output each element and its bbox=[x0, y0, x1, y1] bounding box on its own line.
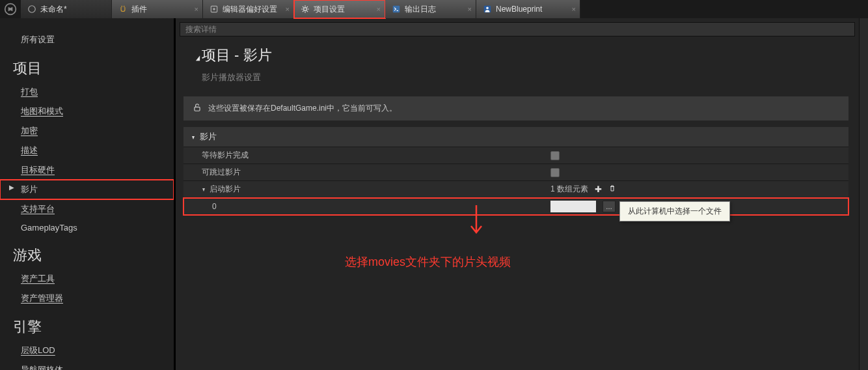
sidebar-all-settings[interactable]: 所有设置 bbox=[0, 30, 174, 50]
sidebar-item-movies[interactable]: 影片 bbox=[0, 180, 174, 199]
browse-tooltip: 从此计算机中选择一个文件 bbox=[619, 201, 730, 221]
prop-startup-movies: ▾ 启动影片 1 数组元素 ✚ bbox=[183, 181, 848, 198]
tab-unnamed[interactable]: 未命名* bbox=[21, 0, 112, 18]
sidebar-item-gameplay-tags[interactable]: GameplayTags bbox=[0, 219, 174, 236]
array-element-0: 0 … ▾ bbox=[183, 198, 848, 215]
blueprint-icon bbox=[483, 5, 492, 14]
ue-logo-icon bbox=[0, 0, 21, 18]
sidebar-item-packaging[interactable]: 打包 bbox=[0, 82, 174, 102]
collapse-icon[interactable]: ▾ bbox=[192, 134, 195, 141]
tab-label: 未命名* bbox=[40, 4, 67, 15]
settings-content: 搜索详情 ◢项目 - 影片 影片播放器设置 这些设置被保存在DefaultGam… bbox=[174, 18, 859, 370]
tab-plugins[interactable]: 插件 × bbox=[112, 0, 203, 18]
config-writable-banner: 这些设置被保存在DefaultGame.ini中，它当前可写入。 bbox=[183, 96, 848, 121]
movie-path-input[interactable] bbox=[550, 201, 596, 212]
svg-point-7 bbox=[486, 7, 489, 10]
annotation-arrow-icon bbox=[468, 205, 484, 243]
search-placeholder: 搜索详情 bbox=[185, 24, 217, 35]
close-icon[interactable]: × bbox=[286, 5, 290, 13]
prop-label: ▾ 启动影片 bbox=[183, 181, 545, 197]
close-icon[interactable]: × bbox=[195, 5, 198, 13]
plug-icon bbox=[118, 5, 128, 14]
sidebar-item-supported-platforms[interactable]: 支持平台 bbox=[0, 199, 174, 219]
tab-editor-prefs[interactable]: 编辑器偏好设置 × bbox=[203, 0, 294, 18]
sidebar-item-maps-modes[interactable]: 地图和模式 bbox=[0, 102, 174, 121]
close-icon[interactable]: × bbox=[468, 5, 472, 13]
banner-text: 这些设置被保存在DefaultGame.ini中，它当前可写入。 bbox=[208, 103, 397, 114]
page-header: ◢项目 - 影片 影片播放器设置 bbox=[176, 36, 859, 92]
tab-label: NewBlueprint bbox=[496, 5, 542, 14]
log-icon bbox=[392, 5, 401, 14]
sidebar-item-asset-tools[interactable]: 资产工具 bbox=[0, 269, 174, 289]
prop-label: 等待影片完成 bbox=[183, 147, 545, 164]
sidebar-item-encryption[interactable]: 加密 bbox=[0, 121, 174, 141]
prefs-icon bbox=[210, 5, 219, 14]
close-icon[interactable]: × bbox=[572, 5, 576, 13]
page-subtitle: 影片播放器设置 bbox=[195, 65, 859, 90]
checkbox-wait[interactable] bbox=[550, 151, 560, 160]
clear-array-button[interactable] bbox=[608, 184, 616, 194]
tab-bar: 未命名* 插件 × 编辑器偏好设置 × 项目设置 × 输出日志 × NewBlu… bbox=[0, 0, 868, 18]
search-input[interactable]: 搜索详情 bbox=[180, 22, 855, 36]
section-header-movies[interactable]: ▾ 影片 bbox=[183, 127, 848, 147]
add-element-button[interactable]: ✚ bbox=[595, 184, 602, 194]
scrollbar[interactable] bbox=[859, 18, 868, 370]
tab-label: 插件 bbox=[131, 4, 147, 15]
browse-file-button[interactable]: … bbox=[603, 201, 616, 212]
checkbox-skip[interactable] bbox=[550, 168, 560, 177]
collapse-icon[interactable]: ◢ bbox=[196, 54, 200, 61]
sidebar-item-navmesh[interactable]: 导航网格体 bbox=[0, 360, 174, 370]
sidebar-category-engine: 引擎 bbox=[0, 308, 174, 341]
tab-output-log[interactable]: 输出日志 × bbox=[385, 0, 476, 18]
page-title: ◢项目 - 影片 bbox=[195, 46, 859, 65]
svg-point-1 bbox=[29, 6, 36, 13]
tab-label: 编辑器偏好设置 bbox=[223, 4, 277, 15]
annotation-text: 选择movies文件夹下的片头视频 bbox=[345, 254, 511, 270]
tab-label: 项目设置 bbox=[314, 4, 345, 15]
prop-label: 可跳过影片 bbox=[183, 164, 545, 180]
unlock-icon bbox=[193, 103, 202, 114]
svg-rect-8 bbox=[195, 107, 200, 111]
prop-wait-for-movies: 等待影片完成 bbox=[183, 147, 848, 164]
tab-label: 输出日志 bbox=[405, 4, 436, 15]
sidebar-item-asset-manager[interactable]: 资产管理器 bbox=[0, 289, 174, 308]
expand-icon[interactable]: ▾ bbox=[202, 186, 205, 193]
sidebar-item-target-hardware[interactable]: 目标硬件 bbox=[0, 160, 174, 180]
close-icon[interactable]: × bbox=[377, 5, 381, 13]
svg-point-4 bbox=[304, 8, 307, 11]
array-index-label: 0 bbox=[183, 202, 545, 211]
tab-blueprint[interactable]: NewBlueprint × bbox=[476, 0, 580, 18]
tab-project-settings[interactable]: 项目设置 × bbox=[294, 0, 385, 18]
main-area: 所有设置 项目 打包 地图和模式 加密 描述 目标硬件 影片 支持平台 Game… bbox=[0, 18, 868, 370]
gear-icon bbox=[301, 5, 310, 14]
settings-sidebar: 所有设置 项目 打包 地图和模式 加密 描述 目标硬件 影片 支持平台 Game… bbox=[0, 18, 174, 370]
sidebar-item-hlod[interactable]: 层级LOD bbox=[0, 341, 174, 360]
sidebar-category-game: 游戏 bbox=[0, 236, 174, 269]
array-count: 1 数组元素 bbox=[550, 184, 588, 195]
sidebar-item-description[interactable]: 描述 bbox=[0, 141, 174, 160]
movies-section: ▾ 影片 等待影片完成 可跳过影片 ▾ 启动影片 bbox=[183, 127, 848, 215]
prop-skippable-movies: 可跳过影片 bbox=[183, 164, 848, 181]
sidebar-category-project: 项目 bbox=[0, 50, 174, 82]
ue-map-icon bbox=[27, 5, 36, 14]
svg-point-3 bbox=[213, 8, 215, 10]
